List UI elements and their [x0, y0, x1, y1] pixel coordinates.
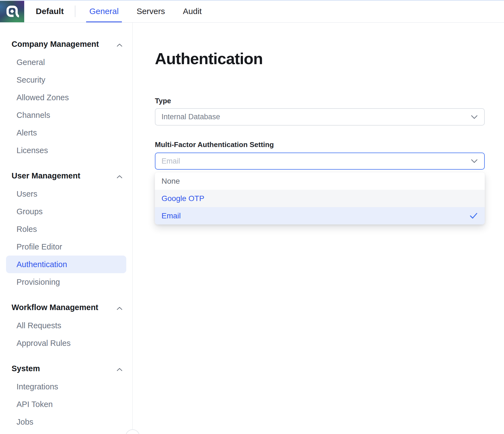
type-label: Type	[155, 97, 485, 105]
sidebar-item-channels[interactable]: Channels	[6, 106, 126, 124]
chevron-up-icon	[117, 364, 122, 373]
mfa-select-placeholder: Email	[161, 157, 180, 166]
header-divider	[75, 6, 75, 17]
section-company-management: Company Management General Security Allo…	[0, 39, 132, 159]
section-header-user-management[interactable]: User Management	[12, 170, 122, 181]
checkmark-icon	[470, 213, 477, 219]
chevron-down-icon	[471, 159, 478, 163]
page-title: Authentication	[155, 49, 485, 68]
main-content: Authentication Type Internal Database Mu…	[133, 23, 504, 434]
sidebar-item-jobs[interactable]: Jobs	[6, 413, 126, 431]
tab-general[interactable]: General	[86, 0, 122, 22]
sidebar-item-provisioning[interactable]: Provisioning	[6, 273, 126, 291]
sidebar-item-allowed-zones[interactable]: Allowed Zones	[6, 89, 126, 106]
chevron-up-icon	[117, 40, 122, 49]
mfa-label: Multi-Factor Authentication Setting	[155, 140, 485, 149]
sidebar-item-security[interactable]: Security	[6, 71, 126, 89]
sidebar-item-roles[interactable]: Roles	[6, 220, 126, 238]
chevron-down-icon	[471, 115, 478, 119]
sidebar-item-approval-rules[interactable]: Approval Rules	[6, 334, 126, 352]
sidebar-item-api-token[interactable]: API Token	[6, 395, 126, 413]
dropdown-option-email[interactable]: Email	[155, 207, 485, 224]
top-bar: Default General Servers Audit	[0, 0, 504, 23]
sidebar-item-licenses[interactable]: Licenses	[6, 142, 126, 159]
mfa-select[interactable]: Email	[155, 153, 485, 170]
tab-audit[interactable]: Audit	[180, 0, 205, 22]
dropdown-option-none[interactable]: None	[155, 172, 485, 190]
tab-servers[interactable]: Servers	[133, 0, 168, 22]
section-header-workflow-management[interactable]: Workflow Management	[12, 302, 122, 313]
sidebar-item-alerts[interactable]: Alerts	[6, 124, 126, 142]
mfa-dropdown-menu: None Google OTP Email	[155, 172, 485, 224]
sidebar-item-groups[interactable]: Groups	[6, 203, 126, 220]
top-tabs: General Servers Audit	[86, 0, 216, 22]
settings-sidebar: Company Management General Security Allo…	[0, 23, 133, 434]
type-select-value: Internal Database	[161, 113, 220, 121]
section-user-management: User Management Users Groups Roles Profi…	[0, 170, 132, 291]
sidebar-item-all-requests[interactable]: All Requests	[6, 317, 126, 334]
app-logo[interactable]	[0, 0, 24, 22]
workspace-name: Default	[36, 7, 64, 16]
window-top-accent	[0, 0, 504, 1]
section-workflow-management: Workflow Management All Requests Approva…	[0, 302, 132, 352]
chevron-up-icon	[117, 171, 122, 180]
chevron-up-icon	[117, 303, 122, 312]
section-header-company-management[interactable]: Company Management	[12, 39, 122, 50]
querypie-logo-icon	[5, 4, 19, 18]
type-field: Type Internal Database	[155, 97, 485, 126]
sidebar-item-integrations[interactable]: Integrations	[6, 378, 126, 395]
section-header-system[interactable]: System	[12, 363, 122, 374]
dropdown-option-google-otp[interactable]: Google OTP	[155, 190, 485, 207]
section-system: System Integrations API Token Jobs	[0, 363, 132, 431]
sidebar-item-general[interactable]: General	[6, 53, 126, 71]
sidebar-item-profile-editor[interactable]: Profile Editor	[6, 238, 126, 256]
sidebar-item-users[interactable]: Users	[6, 185, 126, 203]
type-select[interactable]: Internal Database	[155, 108, 485, 126]
sidebar-item-authentication[interactable]: Authentication	[6, 256, 126, 273]
mfa-field: Multi-Factor Authentication Setting Emai…	[155, 140, 485, 224]
